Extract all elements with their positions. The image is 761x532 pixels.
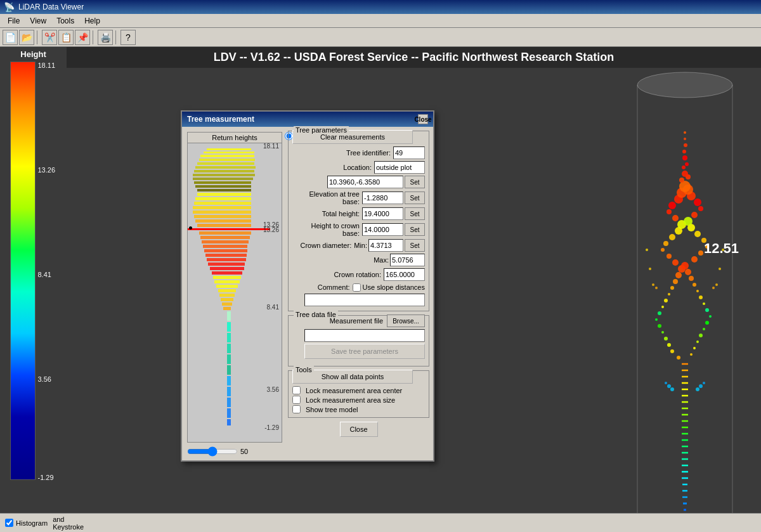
copy-button[interactable]: 📋 bbox=[58, 30, 74, 45]
location-input[interactable] bbox=[374, 161, 425, 174]
svg-point-67 bbox=[694, 231, 701, 237]
show-tree-model-row: Show tree model bbox=[292, 405, 425, 413]
cut-button[interactable]: ✂️ bbox=[42, 30, 57, 45]
total-height-label: Total height: bbox=[292, 210, 360, 217]
bottom-bar: Histogram andKeystroke bbox=[0, 513, 761, 532]
svg-point-0 bbox=[637, 72, 732, 98]
lock-size-row: Lock measurement area size bbox=[292, 396, 425, 404]
use-slope-checkbox[interactable] bbox=[353, 283, 361, 292]
menu-help[interactable]: Help bbox=[79, 15, 105, 27]
open-button[interactable]: 📂 bbox=[19, 30, 34, 45]
total-height-row: Total height: Set bbox=[292, 207, 425, 220]
new-button[interactable]: 📄 bbox=[3, 30, 18, 45]
crown-diam-max-label: Max: bbox=[374, 256, 389, 264]
tree-id-input[interactable] bbox=[393, 146, 425, 159]
svg-point-72 bbox=[672, 215, 679, 221]
toolbar-separator-3 bbox=[115, 30, 118, 44]
svg-point-28 bbox=[677, 356, 680, 360]
svg-rect-112 bbox=[207, 148, 251, 150]
crown-diam-min-label: Min: bbox=[354, 242, 367, 249]
svg-rect-155 bbox=[227, 354, 231, 364]
lock-center-checkbox[interactable] bbox=[292, 386, 301, 394]
lock-center-label: Lock measurement area center bbox=[306, 387, 402, 394]
marker-dot bbox=[189, 226, 192, 230]
svg-rect-129 bbox=[194, 215, 251, 218]
crown-diam-min-input[interactable] bbox=[368, 239, 403, 252]
lidar-header: LDV -- V1.62 -- USDA Forest Service -- P… bbox=[67, 47, 761, 68]
svg-rect-148 bbox=[221, 298, 233, 301]
menu-view[interactable]: View bbox=[25, 15, 51, 27]
paste-button[interactable]: 📌 bbox=[75, 30, 90, 45]
menu-file[interactable]: File bbox=[3, 15, 25, 27]
lock-size-checkbox[interactable] bbox=[292, 396, 301, 404]
svg-rect-117 bbox=[195, 166, 256, 169]
svg-point-52 bbox=[673, 279, 678, 284]
svg-point-87 bbox=[685, 162, 689, 166]
browse-button[interactable]: Browse... bbox=[387, 315, 425, 327]
crown-diam-max-input[interactable] bbox=[390, 254, 425, 266]
svg-point-73 bbox=[691, 212, 698, 218]
print-button[interactable]: 🖨️ bbox=[98, 30, 113, 45]
comment-input[interactable] bbox=[304, 294, 425, 306]
svg-point-74 bbox=[667, 209, 672, 214]
comment-row: Comment: Use slope distances bbox=[292, 283, 425, 292]
dialog-close-button[interactable]: Close bbox=[418, 114, 428, 124]
svg-rect-121 bbox=[194, 181, 251, 184]
svg-rect-143 bbox=[213, 276, 241, 279]
help-button[interactable]: ? bbox=[120, 30, 136, 45]
return-heights-title: Return heights bbox=[188, 133, 282, 143]
set-coord-button[interactable]: Set bbox=[405, 176, 425, 188]
save-btn-row: Save tree parameters bbox=[292, 344, 425, 361]
svg-rect-133 bbox=[199, 231, 251, 235]
set-height-button[interactable]: Set bbox=[405, 207, 425, 220]
svg-rect-136 bbox=[203, 245, 247, 248]
set-crown-base-button[interactable]: Set bbox=[405, 223, 425, 236]
scale-container: 18.11 13.26 8.41 3.56 -1.29 bbox=[5, 62, 62, 74]
svg-rect-142 bbox=[212, 271, 242, 275]
slider-value: 50 bbox=[240, 448, 248, 455]
svg-point-57 bbox=[681, 262, 689, 269]
elevation-input[interactable] bbox=[362, 191, 403, 204]
svg-rect-149 bbox=[222, 302, 232, 306]
dialog-title-bar: Tree measurement Close bbox=[182, 112, 433, 127]
point-size-slider[interactable] bbox=[187, 446, 238, 457]
tree-parameters-label: Tree parameters bbox=[294, 126, 349, 134]
crown-base-input[interactable] bbox=[362, 223, 403, 236]
svg-point-30 bbox=[670, 349, 674, 353]
parameters-panel: Tree parameters Clear measurements Tree … bbox=[287, 129, 431, 458]
menu-tools[interactable]: Tools bbox=[51, 15, 79, 27]
show-tree-model-checkbox[interactable] bbox=[292, 405, 301, 413]
tree-data-file-label: Tree data file bbox=[294, 311, 338, 318]
svg-point-99 bbox=[646, 249, 648, 251]
svg-point-102 bbox=[667, 384, 671, 388]
svg-rect-135 bbox=[202, 240, 249, 243]
svg-point-85 bbox=[682, 171, 688, 177]
coordinates-input[interactable] bbox=[327, 176, 403, 188]
svg-point-32 bbox=[667, 343, 671, 347]
histogram-checkbox[interactable] bbox=[5, 519, 13, 527]
file-path-input[interactable] bbox=[304, 329, 425, 342]
set-elev-button[interactable]: Set bbox=[405, 191, 425, 204]
svg-point-55 bbox=[685, 269, 691, 275]
crown-diam-max-row: Max: bbox=[292, 254, 425, 266]
elevation-label: Elevation at tree base: bbox=[292, 190, 360, 205]
svg-point-76 bbox=[668, 202, 676, 209]
set-crown-diam-button[interactable]: Set bbox=[405, 239, 425, 252]
dialog-content: Return heights 18.11 13.26 8.41 3.56 -1.… bbox=[182, 127, 433, 460]
histogram-label: Histogram bbox=[16, 519, 48, 527]
crown-rotation-label: Crown rotation: bbox=[292, 271, 381, 278]
crown-rotation-input[interactable] bbox=[384, 268, 425, 281]
svg-point-60 bbox=[667, 254, 672, 259]
height-label: Height bbox=[0, 47, 67, 62]
tree-crown bbox=[646, 131, 724, 391]
tree-id-label: Tree identifier: bbox=[292, 149, 391, 157]
svg-rect-157 bbox=[227, 376, 231, 386]
close-button[interactable]: Close bbox=[340, 422, 378, 437]
svg-point-71 bbox=[684, 217, 693, 226]
svg-point-91 bbox=[684, 138, 686, 140]
svg-point-34 bbox=[664, 337, 668, 341]
svg-point-41 bbox=[709, 315, 712, 318]
tree-parameters-group: Tree parameters Clear measurements Tree … bbox=[288, 131, 429, 311]
save-tree-parameters-button[interactable]: Save tree parameters bbox=[304, 344, 425, 359]
total-height-input[interactable] bbox=[362, 207, 403, 220]
